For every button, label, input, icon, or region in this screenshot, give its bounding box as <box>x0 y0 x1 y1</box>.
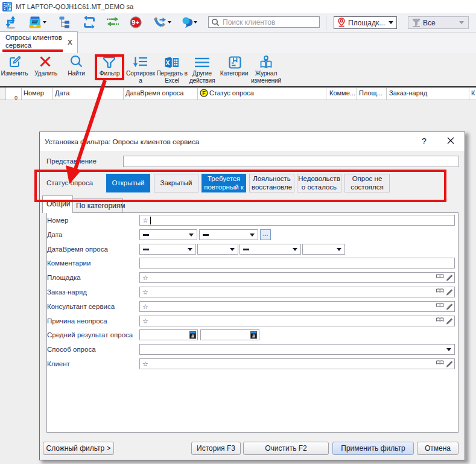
svg-text:F: F <box>202 90 206 96</box>
svg-text:9+: 9+ <box>132 19 139 26</box>
svg-text:X: X <box>165 59 170 66</box>
